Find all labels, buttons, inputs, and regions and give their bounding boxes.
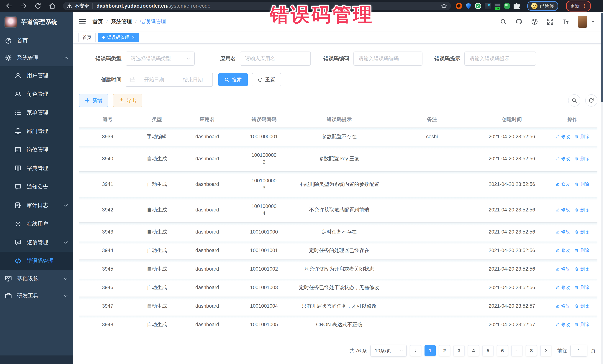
edit-link[interactable]: 修改 — [555, 155, 570, 162]
delete-link[interactable]: 删除 — [575, 284, 589, 291]
close-icon[interactable] — [132, 36, 135, 39]
sidebar-item-error-code[interactable]: 错误码管理 — [0, 252, 73, 270]
error-type-select[interactable]: 请选择错误码类型 — [126, 52, 195, 66]
extension-icon-key[interactable] — [504, 3, 510, 9]
page-button-8[interactable]: 8 — [526, 345, 537, 356]
reset-button-label: 重置 — [265, 76, 275, 83]
sidebar-item-posts[interactable]: 岗位管理 — [0, 141, 73, 159]
sidebar-item-home[interactable]: 首页 — [0, 32, 73, 49]
extension-icon-green-check[interactable] — [475, 3, 481, 9]
start-date-placeholder[interactable]: 开始日期 — [139, 76, 170, 83]
cell-code: 1001001000 — [237, 223, 291, 241]
scrollbar-track[interactable] — [601, 12, 603, 364]
next-page-button[interactable] — [540, 345, 551, 356]
user-avatar-menu[interactable] — [578, 16, 595, 28]
cell-id: 3946 — [79, 278, 136, 297]
toggle-search-button[interactable] — [568, 94, 580, 107]
delete-link[interactable]: 删除 — [575, 228, 589, 235]
table-row: 3944 自动生成 dashboard 1001001001 定时任务的处理器已… — [79, 241, 597, 260]
sidebar-fold-icon[interactable] — [79, 18, 86, 26]
page-button-6[interactable]: 6 — [497, 345, 508, 356]
page-button-2[interactable]: 2 — [439, 345, 450, 356]
page-button-5[interactable]: 5 — [482, 345, 494, 356]
refresh-table-button[interactable] — [585, 94, 597, 107]
site-security[interactable]: 不安全 — [67, 3, 93, 9]
delete-link[interactable]: 删除 — [575, 247, 589, 254]
header-memo: 备注 — [387, 112, 477, 127]
browser-home-icon[interactable] — [49, 2, 56, 10]
sidebar-item-users[interactable]: 用户管理 — [0, 66, 73, 85]
browser-back-icon[interactable] — [5, 2, 13, 10]
sidebar-item-system[interactable]: 系统管理 — [0, 49, 73, 66]
end-date-placeholder[interactable]: 结束日期 — [177, 76, 209, 83]
delete-link[interactable]: 删除 — [575, 181, 589, 188]
browser-menu-dots-icon[interactable] — [582, 3, 587, 9]
breadcrumb-system[interactable]: 系统管理 — [111, 18, 132, 25]
browser-update-button[interactable]: 更新 — [566, 0, 591, 11]
delete-link[interactable]: 删除 — [575, 302, 589, 309]
edit-link[interactable]: 修改 — [555, 228, 570, 235]
profile-emoji-avatar — [531, 3, 537, 9]
breadcrumb-home[interactable]: 首页 — [93, 18, 103, 25]
delete-link[interactable]: 删除 — [575, 206, 589, 213]
prev-page-button[interactable] — [410, 345, 421, 356]
sidebar-item-menus[interactable]: 菜单管理 — [0, 103, 73, 122]
sidebar-item-label: 首页 — [17, 37, 28, 44]
sidebar-item-roles[interactable]: 角色管理 — [0, 85, 73, 103]
app-name-input[interactable] — [240, 52, 311, 66]
page-button-1[interactable]: 1 — [425, 345, 436, 356]
delete-link[interactable]: 删除 — [575, 321, 589, 328]
sidebar-item-infrastructure[interactable]: 基础设施 — [0, 270, 73, 287]
sidebar-item-sms[interactable]: 短信管理 — [0, 233, 73, 252]
extension-icon-on-badge[interactable] — [494, 3, 500, 9]
tab-error-code[interactable]: 错误码管理 — [98, 33, 139, 42]
delete-link[interactable]: 删除 — [575, 155, 589, 162]
sidebar-item-dictionary[interactable]: 字典管理 — [0, 159, 73, 177]
search-icon[interactable] — [500, 18, 507, 25]
search-button[interactable]: 搜索 — [218, 73, 248, 86]
fullscreen-icon[interactable] — [547, 18, 554, 25]
sidebar-item-audit-log[interactable]: 审计日志 — [0, 196, 73, 215]
delete-link[interactable]: 删除 — [575, 265, 589, 272]
browser-profile-chip[interactable]: 已暂停 — [527, 1, 558, 11]
error-code-input[interactable] — [353, 52, 422, 66]
reset-button[interactable]: 重置 — [252, 73, 281, 86]
address-bar[interactable]: 不安全 dashboard.yudao.iocoder.cn/system/er… — [63, 2, 451, 10]
font-size-icon[interactable] — [562, 18, 569, 25]
page-size-select[interactable]: 10条/页 — [370, 345, 407, 357]
edit-link[interactable]: 修改 — [555, 302, 570, 309]
page-ellipsis-button[interactable] — [511, 345, 522, 356]
help-icon[interactable] — [531, 18, 538, 25]
edit-link[interactable]: 修改 — [555, 206, 570, 213]
export-button[interactable]: 导出 — [113, 94, 142, 107]
error-hint-input[interactable] — [464, 52, 536, 66]
date-range-picker[interactable]: 开始日期 - 结束日期 — [126, 73, 213, 87]
extension-icon-orange[interactable] — [456, 3, 462, 9]
sidebar-item-departments[interactable]: 部门管理 — [0, 122, 73, 141]
sidebar-item-online-users[interactable]: 在线用户 — [0, 215, 73, 233]
browser-forward-icon[interactable] — [20, 2, 27, 10]
sidebar-item-announcements[interactable]: 通知公告 — [0, 177, 73, 196]
delete-link[interactable]: 删除 — [575, 133, 589, 140]
edit-link[interactable]: 修改 — [555, 265, 570, 272]
edit-link[interactable]: 修改 — [555, 133, 570, 140]
bookmark-star-icon[interactable] — [441, 3, 447, 9]
add-button[interactable]: 新增 — [79, 94, 108, 107]
extension-icon-gem[interactable] — [465, 3, 472, 9]
sidebar-item-devtools[interactable]: 研发工具 — [0, 287, 73, 304]
edit-link[interactable]: 修改 — [555, 247, 570, 254]
extension-icon-grid[interactable] — [485, 3, 491, 9]
page-button-3[interactable]: 3 — [453, 345, 464, 356]
browser-reload-icon[interactable] — [34, 2, 42, 10]
app-logo-row[interactable]: 芋道管理系统 — [0, 12, 73, 32]
edit-link[interactable]: 修改 — [555, 284, 570, 291]
extensions-puzzle-icon[interactable] — [514, 3, 520, 9]
tab-home[interactable]: 首页 — [79, 33, 95, 42]
edit-link[interactable]: 修改 — [555, 321, 570, 328]
edit-link[interactable]: 修改 — [555, 181, 570, 188]
github-icon[interactable] — [515, 18, 522, 25]
goto-page-input[interactable] — [570, 345, 587, 357]
page-button-4[interactable]: 4 — [468, 345, 479, 356]
page: 错误码管理 不安全 dashboard.yudao.iocoder.cn/sys… — [0, 0, 603, 364]
scrollbar-thumb[interactable] — [601, 13, 603, 102]
